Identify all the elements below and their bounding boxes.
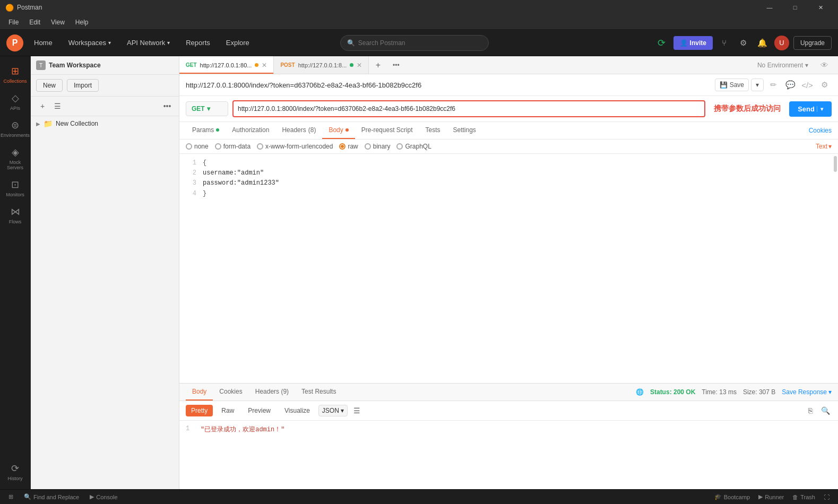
resp-tab-headers[interactable]: Headers (9) — [249, 384, 295, 401]
add-collection-btn[interactable]: + — [36, 100, 49, 112]
main-area: GET http://127.0.0.1:80... ✕ POST http:/… — [179, 56, 838, 489]
radio-form-data[interactable]: form-data — [215, 143, 250, 150]
sidebar-item-history[interactable]: ⟳ History — [1, 458, 30, 484]
invite-button[interactable]: 👤 Invite — [673, 36, 713, 50]
bootcamp-btn[interactable]: 🎓 Bootcamp — [711, 492, 754, 501]
settings-icon-btn[interactable]: ⚙ — [736, 36, 751, 50]
copy-response-btn[interactable]: ⎘ — [804, 404, 817, 417]
tab-post[interactable]: POST http://127.0.0.1:8... ✕ — [274, 56, 369, 74]
search-bar[interactable]: 🔍 — [340, 35, 489, 51]
upgrade-button[interactable]: Upgrade — [793, 36, 832, 50]
json-type-selector[interactable]: JSON ▾ — [318, 405, 348, 416]
edit-icon-btn[interactable]: ✏ — [766, 77, 781, 92]
explore-nav-btn[interactable]: Explore — [221, 36, 255, 50]
req-tab-authorization[interactable]: Authorization — [226, 122, 275, 139]
left-panel: T Team Workspace New Import + ☰ ••• ▶ 📁 … — [31, 56, 179, 489]
tab-get[interactable]: GET http://127.0.0.1:80... ✕ — [179, 56, 274, 74]
sidebar-item-monitors[interactable]: ⊡ Monitors — [1, 175, 30, 201]
team-icon: T — [36, 60, 46, 70]
maximize-button[interactable]: □ — [783, 0, 807, 15]
sidebar-item-flows[interactable]: ⋈ Flows — [1, 202, 30, 228]
radio-urlencoded-circle — [257, 143, 263, 150]
url-input[interactable] — [238, 105, 700, 112]
import-button[interactable]: Import — [67, 79, 99, 92]
req-tab-prerequest[interactable]: Pre-request Script — [355, 122, 419, 139]
trash-btn[interactable]: 🗑 Trash — [789, 492, 818, 501]
format-lines-icon-btn[interactable]: ☰ — [351, 404, 364, 417]
method-selector[interactable]: GET ▾ — [186, 101, 228, 116]
req-tab-body[interactable]: Body — [322, 122, 355, 139]
req-tab-headers[interactable]: Headers (8) — [275, 122, 322, 139]
fullscreen-btn[interactable]: ⛶ — [820, 492, 833, 501]
caret-icon: ▶ — [36, 121, 40, 127]
resp-tab-test-results[interactable]: Test Results — [295, 384, 342, 401]
menu-help[interactable]: Help — [71, 16, 93, 28]
tab-add-button[interactable]: + — [369, 56, 387, 74]
sidebar-item-collections[interactable]: ⊞ Collections — [1, 61, 30, 87]
code-editor[interactable]: 1 { 2 username:"admin" 3 password:"admin… — [179, 154, 838, 383]
fmt-btn-preview[interactable]: Preview — [243, 405, 276, 416]
search-input[interactable] — [358, 39, 482, 47]
find-replace-btn[interactable]: 🔍 Find and Replace — [21, 492, 82, 501]
left-panel-header: T Team Workspace — [31, 56, 179, 75]
radio-graphql[interactable]: GraphQL — [396, 143, 431, 150]
team-workspace-label: Team Workspace — [49, 62, 174, 69]
save-resp-chevron-icon: ▾ — [828, 388, 832, 396]
radio-none[interactable]: none — [186, 143, 209, 150]
more-options-btn[interactable]: ••• — [161, 100, 174, 112]
cookies-link[interactable]: Cookies — [809, 127, 832, 134]
tab-more-button[interactable]: ••• — [387, 56, 405, 74]
req-tab-settings[interactable]: Settings — [447, 122, 482, 139]
sync-icon-btn[interactable]: ⟳ — [654, 36, 669, 50]
menu-view[interactable]: View — [47, 16, 69, 28]
bottombar: ⊞ 🔍 Find and Replace ▶ Console 🎓 Bootcam… — [0, 489, 838, 504]
workspaces-nav-btn[interactable]: Workspaces ▾ — [63, 36, 116, 50]
search-response-btn[interactable]: 🔍 — [819, 404, 832, 417]
api-network-nav-btn[interactable]: API Network ▾ — [122, 36, 175, 50]
console-btn[interactable]: ▶ Console — [87, 492, 120, 501]
radio-graphql-circle — [396, 143, 403, 150]
req-tab-params[interactable]: Params — [186, 122, 226, 139]
environment-selector[interactable]: No Environment ▾ — [753, 62, 813, 69]
code-icon-btn[interactable]: </> — [800, 77, 815, 92]
workspaces-chevron-icon: ▾ — [108, 40, 111, 46]
menu-edit[interactable]: Edit — [25, 16, 45, 28]
resp-tab-cookies[interactable]: Cookies — [213, 384, 248, 401]
fmt-btn-raw[interactable]: Raw — [216, 405, 239, 416]
save-response-button[interactable]: Save Response ▾ — [782, 388, 832, 396]
runner-btn[interactable]: ▶ Runner — [755, 492, 787, 501]
send-button[interactable]: Send ▾ — [789, 101, 832, 117]
new-button[interactable]: New — [36, 79, 63, 92]
resp-tab-body[interactable]: Body — [186, 384, 213, 401]
sidebar-item-environments[interactable]: ⊜ Environments — [1, 115, 30, 141]
request-tabs: Params Authorization Headers (8) Body Pr… — [179, 122, 838, 140]
config-icon-btn[interactable]: ⚙ — [817, 77, 832, 92]
home-nav-btn[interactable]: Home — [29, 36, 58, 50]
save-dropdown-btn[interactable]: ▾ — [751, 79, 764, 91]
radio-urlencoded[interactable]: x-www-form-urlencoded — [257, 143, 333, 150]
sort-btn[interactable]: ☰ — [51, 100, 64, 112]
radio-binary[interactable]: binary — [365, 143, 391, 150]
close-button[interactable]: ✕ — [808, 0, 833, 15]
eye-icon-btn[interactable]: 👁 — [817, 58, 832, 73]
tab-post-close[interactable]: ✕ — [357, 62, 362, 69]
fmt-btn-pretty[interactable]: Pretty — [186, 405, 213, 416]
collection-new[interactable]: ▶ 📁 New Collection — [31, 116, 179, 131]
minimize-button[interactable]: — — [757, 0, 782, 15]
sidebar-item-apis[interactable]: ◇ APIs — [1, 88, 30, 114]
reports-nav-btn[interactable]: Reports — [180, 36, 215, 50]
editor-scrollbar[interactable] — [834, 156, 837, 172]
comment-icon-btn[interactable]: 💬 — [783, 77, 798, 92]
layout-btn[interactable]: ⊞ — [5, 492, 16, 501]
branch-icon-btn[interactable]: ⑂ — [717, 36, 732, 50]
save-button[interactable]: 💾 Save — [715, 79, 749, 91]
fmt-btn-visualize[interactable]: Visualize — [279, 405, 315, 416]
menu-file[interactable]: File — [4, 16, 23, 28]
tab-get-close[interactable]: ✕ — [262, 62, 267, 69]
user-avatar[interactable]: U — [774, 36, 789, 50]
radio-raw[interactable]: raw — [339, 143, 358, 150]
sidebar-item-mock-servers[interactable]: ◈ Mock Servers — [1, 142, 30, 173]
notifications-icon-btn[interactable]: 🔔 — [755, 36, 770, 50]
text-format-selector[interactable]: Text ▾ — [816, 143, 832, 150]
req-tab-tests[interactable]: Tests — [419, 122, 446, 139]
